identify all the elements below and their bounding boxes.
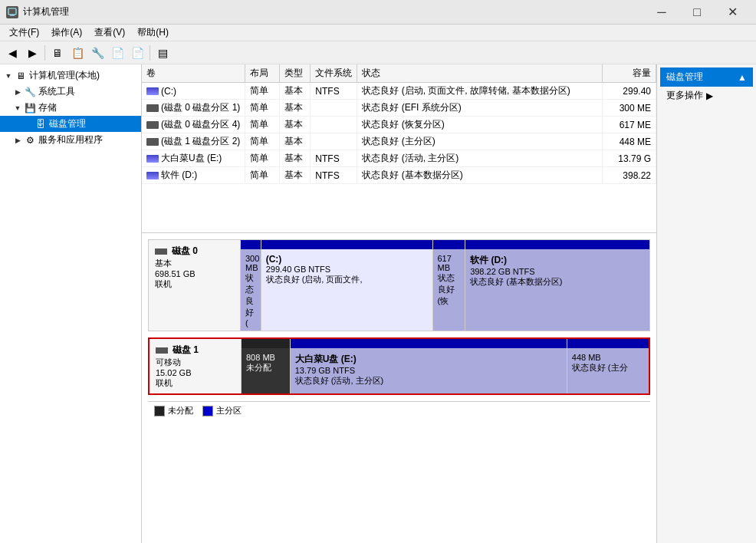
maximize-button[interactable]: □ [679, 0, 715, 25]
part-content-unalloc: 808 MB 未分配 [246, 353, 285, 374]
toolbar: ◀ ▶ 🖥 📋 🔧 📄 📄 ▤ [0, 41, 756, 64]
col-header-status: 状态 [357, 64, 603, 83]
cell-type: 基本 [280, 83, 311, 100]
table-area[interactable]: 卷 布局 类型 文件系统 状态 容量 (C:)简单基本NTFS状态良好 (启动,… [142, 64, 656, 233]
disk-1-partitions: 808 MB 未分配 大白菜U盘 (E:) 13.79 GB NTFS 状态良好… [242, 339, 649, 393]
vol-icon [146, 172, 159, 179]
cell-layout: 简单 [245, 83, 280, 100]
right-panel: 磁盘管理 ▲ 更多操作 ▶ [656, 64, 756, 543]
vol-icon [146, 138, 159, 146]
cell-vol: (磁盘 0 磁盘分区 1) [142, 100, 245, 117]
cell-layout: 简单 [245, 133, 280, 150]
toolbar-btn3[interactable]: 🔧 [88, 44, 107, 62]
sidebar-item-root[interactable]: ▼ 🖥 计算机管理(本地) [0, 67, 141, 84]
menu-view[interactable]: 查看(V) [88, 25, 131, 41]
col-header-capacity: 容量 [603, 64, 656, 83]
app-icon [6, 6, 18, 18]
disk-0-title: 磁盘 0 [155, 245, 234, 258]
minimize-button[interactable]: ─ [644, 0, 679, 25]
toolbar-btn2[interactable]: 📋 [68, 44, 87, 62]
expand-icon-disk [23, 119, 34, 130]
cell-capacity: 300 ME [603, 100, 656, 117]
disk-1-title: 磁盘 1 [156, 344, 235, 357]
vol-icon [146, 121, 159, 129]
cell-fs: NTFS [311, 150, 357, 167]
toolbar-btn5[interactable]: 📄 [128, 44, 146, 62]
disk-1-part-3[interactable]: 448 MB 状态良好 (主分 [567, 339, 649, 393]
cell-layout: 简单 [245, 117, 280, 133]
part-header-3 [433, 240, 465, 249]
disk-row-0: 磁盘 0 基本 698.51 GB 联机 300 MB 状态良好 ( [148, 239, 650, 331]
table-row[interactable]: (C:)简单基本NTFS状态良好 (启动, 页面文件, 故障转储, 基本数据分区… [142, 83, 656, 100]
table-row[interactable]: (磁盘 0 磁盘分区 4)简单基本状态良好 (恢复分区)617 ME [142, 117, 656, 133]
cell-vol: 大白菜U盘 (E:) [142, 150, 245, 167]
sidebar-item-system-tools[interactable]: ▶ 🔧 系统工具 [0, 84, 141, 100]
cell-status: 状态良好 (基本数据分区) [357, 167, 603, 184]
content-area: 卷 布局 类型 文件系统 状态 容量 (C:)简单基本NTFS状态良好 (启动,… [142, 64, 656, 543]
storage-icon: 💾 [24, 102, 36, 114]
cell-layout: 简单 [245, 150, 280, 167]
toolbar-up-btn[interactable]: 🖥 [48, 44, 67, 62]
expand-icon-storage: ▼ [12, 103, 23, 114]
toolbar-forward-btn[interactable]: ▶ [23, 44, 41, 62]
disk-0-type: 基本 [155, 258, 234, 269]
menu-help[interactable]: 帮助(H) [131, 25, 175, 41]
expand-icon-services: ▶ [12, 135, 23, 146]
title-bar-title: 计算机管理 [23, 5, 69, 18]
cell-type: 基本 [280, 150, 311, 167]
disk-0-part-1[interactable]: 300 MB 状态良好 ( [241, 240, 261, 331]
close-button[interactable]: ✕ [715, 0, 750, 25]
sidebar-label-root: 计算机管理(本地) [29, 69, 100, 82]
part-header-1 [241, 240, 261, 249]
legend-primary: 主分区 [202, 405, 242, 416]
toolbar-sep-1 [44, 45, 45, 61]
col-header-fs: 文件系统 [311, 64, 357, 83]
services-icon: ⚙ [24, 134, 36, 146]
cell-layout: 简单 [245, 167, 280, 184]
toolbar-sep-2 [150, 45, 150, 61]
part-content-3: 617 MB 状态良好 (恢 [438, 254, 461, 307]
cell-status: 状态良好 (主分区) [357, 133, 603, 150]
table-row[interactable]: 大白菜U盘 (E:)简单基本NTFS状态良好 (活动, 主分区)13.79 G [142, 150, 656, 167]
legend-label-primary: 主分区 [216, 405, 242, 416]
cell-capacity: 448 ME [603, 133, 656, 150]
expand-icon-systemtools: ▶ [12, 87, 23, 97]
cell-vol: (磁盘 0 磁盘分区 4) [142, 117, 245, 133]
part-content-c: (C:) 299.40 GB NTFS 状态良好 (启动, 页面文件, [266, 254, 428, 285]
disk-0-partitions: 300 MB 状态良好 ( (C:) 299.40 GB NTFS 状态良好 (… [241, 240, 649, 331]
sidebar-label-storage: 存储 [38, 101, 57, 114]
sidebar: ▼ 🖥 计算机管理(本地) ▶ 🔧 系统工具 ▼ 💾 存储 🗄 磁盘管理 ▶ ⚙… [0, 64, 142, 543]
cell-status: 状态良好 (活动, 主分区) [357, 150, 603, 167]
part-header-unalloc [242, 339, 290, 348]
toolbar-back-btn[interactable]: ◀ [3, 44, 21, 62]
table-row[interactable]: (磁盘 1 磁盘分区 2)简单基本状态良好 (主分区)448 ME [142, 133, 656, 150]
right-panel-more-actions[interactable]: 更多操作 ▶ [660, 87, 753, 104]
toolbar-btn6[interactable]: ▤ [153, 44, 172, 62]
disk-0-part-d[interactable]: 软件 (D:) 398.22 GB NTFS 状态良好 (基本数据分区) [465, 240, 649, 331]
sidebar-label-systemtools: 系统工具 [38, 85, 75, 98]
cell-capacity: 299.40 [603, 83, 656, 100]
disk-0-icon [155, 248, 167, 255]
disk-0-part-c[interactable]: (C:) 299.40 GB NTFS 状态良好 (启动, 页面文件, [261, 240, 433, 331]
menu-file[interactable]: 文件(F) [3, 25, 45, 41]
sidebar-label-disk: 磁盘管理 [49, 117, 86, 130]
table-row[interactable]: (磁盘 0 磁盘分区 1)简单基本状态良好 (EFI 系统分区)300 ME [142, 100, 656, 117]
disk-1-part-unalloc[interactable]: 808 MB 未分配 [242, 339, 291, 393]
disk-1-part-e[interactable]: 大白菜U盘 (E:) 13.79 GB NTFS 状态良好 (活动, 主分区) [291, 339, 567, 393]
right-panel-title[interactable]: 磁盘管理 ▲ [660, 67, 753, 87]
sidebar-item-storage[interactable]: ▼ 💾 存储 [0, 100, 141, 116]
cell-vol: (C:) [142, 83, 245, 100]
cell-vol: (磁盘 1 磁盘分区 2) [142, 133, 245, 150]
vol-icon [146, 155, 159, 163]
disk-1-size: 15.02 GB [156, 368, 235, 377]
legend-unallocated: 未分配 [154, 405, 193, 416]
sidebar-item-services[interactable]: ▶ ⚙ 服务和应用程序 [0, 132, 141, 148]
sidebar-item-disk-management[interactable]: 🗄 磁盘管理 [0, 116, 141, 132]
cell-capacity: 13.79 G [603, 150, 656, 167]
disk-1-status: 联机 [156, 377, 235, 389]
menu-action[interactable]: 操作(A) [45, 25, 88, 41]
title-bar: 计算机管理 ─ □ ✕ [0, 0, 756, 25]
table-row[interactable]: 软件 (D:)简单基本NTFS状态良好 (基本数据分区)398.22 [142, 167, 656, 184]
disk-0-part-3[interactable]: 617 MB 状态良好 (恢 [433, 240, 466, 331]
toolbar-btn4[interactable]: 📄 [108, 44, 127, 62]
